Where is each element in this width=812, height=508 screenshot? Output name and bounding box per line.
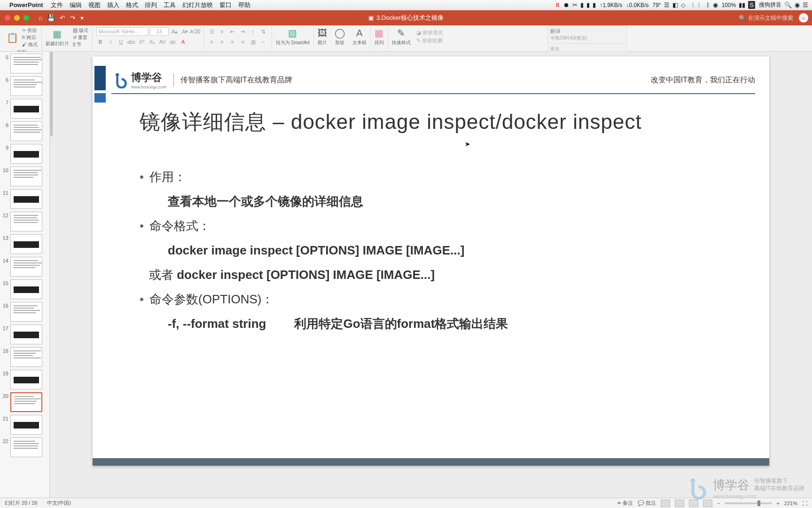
bold-button[interactable]: B xyxy=(96,38,105,46)
thumb-preview[interactable] xyxy=(10,99,42,119)
shapes-icon[interactable]: ◯ xyxy=(335,27,345,39)
line-spacing-button[interactable]: ↕ xyxy=(249,27,258,36)
slide-thumbnail[interactable]: 6 xyxy=(1,76,48,96)
shape-outline-button[interactable]: ✎ 形状轮廓 xyxy=(416,37,443,44)
menu-help[interactable]: 帮助 xyxy=(238,1,250,9)
shape-fill-button[interactable]: ◪ 形状填充 xyxy=(416,29,443,36)
slide-thumbnail[interactable]: 16 xyxy=(1,302,48,322)
clear-format-icon[interactable]: A⌫ xyxy=(191,27,200,36)
slide-thumbnail[interactable]: 12 xyxy=(1,212,48,231)
slide-content[interactable]: 作用： 查看本地一个或多个镜像的详细信息 命令格式： docker image … xyxy=(140,165,741,336)
siri-icon[interactable]: ◉ xyxy=(795,1,800,8)
maximize-button[interactable] xyxy=(23,15,29,21)
zoom-out-button[interactable]: − xyxy=(717,500,720,506)
bluetooth-icon[interactable]: ᛒ xyxy=(706,1,710,8)
scissors-icon[interactable]: ✂ xyxy=(572,1,578,8)
picture-icon[interactable]: 🖼 xyxy=(318,28,327,39)
slide-thumbnail[interactable]: 11 xyxy=(1,189,48,209)
spotlight-icon[interactable]: 🔍 xyxy=(784,1,792,8)
thumb-preview[interactable] xyxy=(10,325,42,344)
slide-thumbnail[interactable]: 20 xyxy=(1,392,48,412)
text-direction-button[interactable]: ⇅ xyxy=(259,27,268,36)
qat-save-icon[interactable]: 💾 xyxy=(47,14,55,22)
italic-button[interactable]: I xyxy=(107,38,115,46)
thumb-preview[interactable] xyxy=(10,212,42,231)
status-icon[interactable]: ☰ xyxy=(664,1,670,8)
close-button[interactable] xyxy=(5,15,10,21)
bullets-button[interactable]: ☰ xyxy=(208,27,216,36)
slide[interactable]: 博学谷 www.boxuegu.com 传智播客旗下高端IT在线教育品牌 改变中… xyxy=(93,56,769,466)
new-slide-icon[interactable]: ▦ xyxy=(53,28,62,40)
char-spacing-button[interactable]: AV xyxy=(158,38,167,46)
qat-undo-icon[interactable]: ↶ xyxy=(60,14,65,22)
thumb-preview[interactable] xyxy=(10,167,42,186)
slide-thumbnail[interactable]: 10 xyxy=(1,167,48,186)
slide-thumbnail[interactable]: 17 xyxy=(1,325,48,344)
status-icon[interactable]: ◧ xyxy=(672,1,678,8)
fit-to-window-button[interactable]: ⛶ xyxy=(802,500,807,506)
slide-thumbnail[interactable]: 21 xyxy=(1,415,48,435)
slide-thumbnail[interactable]: 18 xyxy=(1,347,48,367)
menu-view[interactable]: 视图 xyxy=(88,1,101,9)
smartart-icon[interactable]: ▧ xyxy=(288,27,297,39)
pause-icon[interactable]: ⏸ xyxy=(554,1,561,8)
align-left-button[interactable]: ≡ xyxy=(208,38,216,46)
notification-icon[interactable]: ☰ xyxy=(803,1,808,8)
thumb-preview[interactable] xyxy=(10,257,42,277)
slide-thumbnail[interactable]: 9 xyxy=(1,144,48,164)
columns-button[interactable]: ▥ xyxy=(249,38,258,46)
app-name[interactable]: PowerPoint xyxy=(9,1,43,8)
reset-button[interactable]: ↺ 重置 xyxy=(73,34,88,41)
chevron-right-icon[interactable]: 〉 xyxy=(697,1,703,9)
slide-canvas-area[interactable]: 博学谷 www.boxuegu.com 传智播客旗下高端IT在线教育品牌 改变中… xyxy=(50,52,812,498)
thumb-preview[interactable] xyxy=(10,415,42,435)
superscript-button[interactable]: X² xyxy=(138,38,146,46)
menu-insert[interactable]: 插入 xyxy=(107,1,119,9)
normal-view-button[interactable] xyxy=(661,500,670,507)
menu-arrange[interactable]: 排列 xyxy=(145,1,157,9)
increase-indent-button[interactable]: ⇥ xyxy=(239,27,247,36)
thumb-preview[interactable] xyxy=(10,370,42,389)
sorter-view-button[interactable] xyxy=(675,500,684,507)
slide-thumbnail[interactable]: 13 xyxy=(1,234,48,254)
highlight-button[interactable]: ab xyxy=(169,38,177,46)
layout-button[interactable]: ▦ 版式 xyxy=(73,27,88,34)
thumb-preview[interactable] xyxy=(10,189,42,209)
thumb-preview[interactable] xyxy=(10,234,42,254)
cut-button[interactable]: ✂ 剪切 xyxy=(22,27,38,34)
zoom-level[interactable]: 221% xyxy=(784,500,797,506)
paste-icon[interactable]: 📋 xyxy=(7,32,18,43)
thumb-preview[interactable] xyxy=(10,279,42,299)
thumb-preview[interactable] xyxy=(10,347,42,367)
quick-styles-icon[interactable]: ✎ xyxy=(397,27,405,39)
thumb-preview[interactable] xyxy=(10,392,42,412)
slideshow-view-button[interactable] xyxy=(703,500,712,507)
slide-thumbnail[interactable]: 19 xyxy=(1,370,48,389)
slide-title[interactable]: 镜像详细信息 – docker image inspect/docker ins… xyxy=(140,108,642,136)
reading-view-button[interactable] xyxy=(689,500,698,507)
slide-thumbnail[interactable]: 5 xyxy=(1,54,48,73)
align-right-button[interactable]: ≡ xyxy=(228,38,237,46)
notes-button[interactable]: ≐ 备注 xyxy=(617,500,633,507)
slide-thumbnail[interactable]: 7 xyxy=(1,99,48,119)
thumb-preview[interactable] xyxy=(10,76,42,96)
wifi-icon[interactable]: ◉ xyxy=(713,1,718,8)
font-color-button[interactable]: A xyxy=(179,38,187,46)
numbering-button[interactable]: ≡ xyxy=(218,27,226,36)
section-button[interactable]: § 节 xyxy=(73,41,88,48)
ime-icon[interactable]: S xyxy=(748,1,755,9)
thumb-preview[interactable] xyxy=(10,437,42,457)
align-center-button[interactable]: ≡ xyxy=(218,38,226,46)
decrease-font-icon[interactable]: A▾ xyxy=(181,27,189,36)
thumb-preview[interactable] xyxy=(10,121,42,141)
comments-button[interactable]: 💬 批注 xyxy=(638,500,656,507)
qat-more-icon[interactable]: ▾ xyxy=(80,14,84,22)
thumb-preview[interactable] xyxy=(10,54,42,73)
slide-thumbnail[interactable]: 14 xyxy=(1,257,48,277)
underline-button[interactable]: U xyxy=(117,38,125,46)
minimize-button[interactable] xyxy=(14,15,20,21)
zoom-in-button[interactable]: + xyxy=(776,500,779,506)
increase-font-icon[interactable]: A▴ xyxy=(171,27,179,36)
qat-redo-icon[interactable]: ↷ xyxy=(70,14,76,22)
font-name-select[interactable] xyxy=(96,27,148,36)
